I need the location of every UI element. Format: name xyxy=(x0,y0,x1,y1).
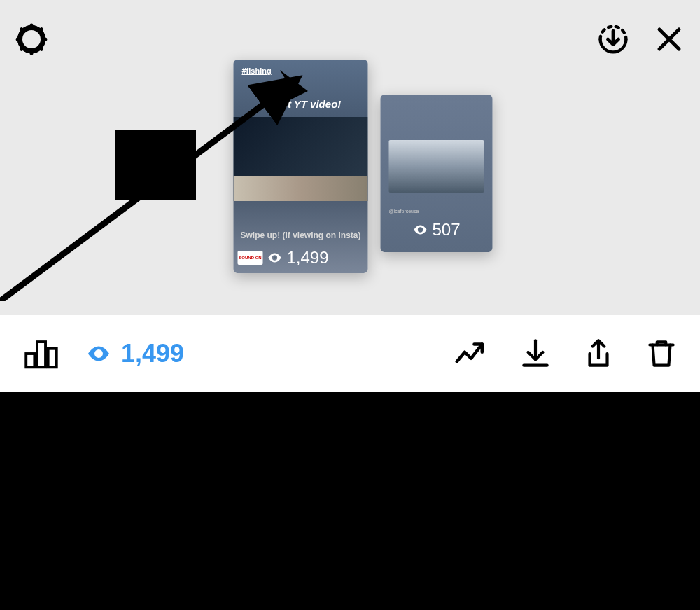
story-toolbar: 1,499 xyxy=(0,315,700,392)
eye-icon xyxy=(86,341,111,366)
story-hashtag: #fishing xyxy=(242,67,272,75)
save-download-button[interactable] xyxy=(595,21,631,57)
stories-row: #fishing Latest YT video! Swipe up! (If … xyxy=(234,60,493,273)
redaction-block xyxy=(115,130,196,200)
story-title: Latest YT video! xyxy=(234,98,368,110)
viewers-panel xyxy=(0,392,700,610)
close-button[interactable] xyxy=(652,22,686,56)
story-views-secondary: 507 xyxy=(381,220,493,240)
story-mention-tag: @iceforceusa xyxy=(389,209,419,214)
svg-point-3 xyxy=(419,228,422,231)
settings-button[interactable] xyxy=(14,22,49,57)
eye-icon xyxy=(412,222,428,237)
views-number: 507 xyxy=(432,220,460,240)
insights-button[interactable] xyxy=(21,333,62,374)
svg-rect-9 xyxy=(48,349,57,368)
story-caption: Swipe up! (If viewing on insta) xyxy=(234,230,368,242)
eye-icon xyxy=(267,250,283,265)
story-thumbnails-area: #fishing Latest YT video! Swipe up! (If … xyxy=(0,0,700,315)
story-views-primary: 1,499 xyxy=(234,248,368,268)
views-number: 1,499 xyxy=(121,339,184,368)
promote-button[interactable] xyxy=(452,335,490,373)
svg-point-1 xyxy=(20,28,42,50)
header-bar xyxy=(0,21,700,57)
svg-rect-7 xyxy=(26,354,34,367)
svg-rect-8 xyxy=(37,342,46,367)
views-counter[interactable]: 1,499 xyxy=(86,339,184,368)
story-card-primary[interactable]: #fishing Latest YT video! Swipe up! (If … xyxy=(234,60,368,273)
share-button[interactable] xyxy=(581,336,616,371)
delete-button[interactable] xyxy=(644,336,679,371)
story-thumbnail-image xyxy=(389,140,484,193)
story-card-secondary[interactable]: @iceforceusa 507 xyxy=(381,95,493,252)
views-number: 1,499 xyxy=(287,248,329,268)
svg-point-10 xyxy=(97,352,101,356)
svg-point-2 xyxy=(274,256,276,259)
download-button[interactable] xyxy=(518,336,553,371)
story-thumbnail-image xyxy=(234,117,368,201)
